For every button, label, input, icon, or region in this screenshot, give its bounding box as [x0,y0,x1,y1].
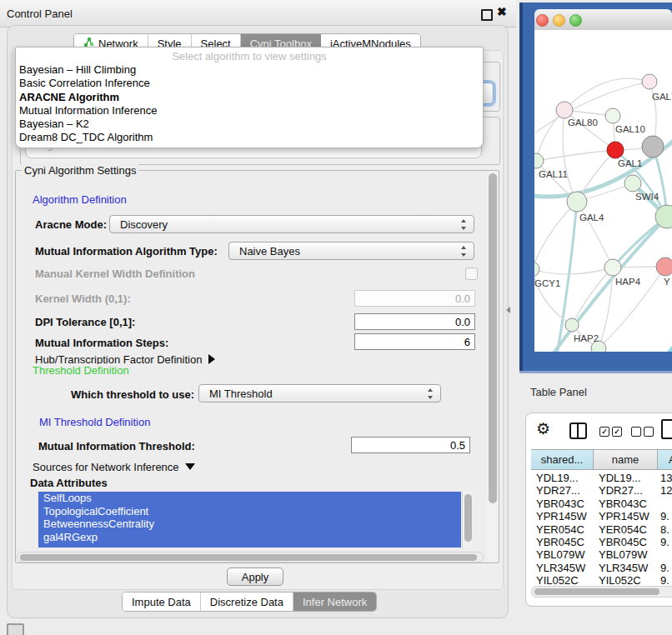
table-cell[interactable]: YPR145W [599,510,649,522]
table-row[interactable]: YDR27...YDR27...12 [526,484,672,497]
table-cell[interactable]: YBL079W [599,548,648,561]
gear-icon[interactable]: ⚙ [536,419,550,438]
network-node-y[interactable] [656,258,672,276]
settings-group-title: Cyni Algorithm Settings [22,164,138,177]
network-node-gal10[interactable] [605,108,620,123]
close-icon[interactable]: ✖ [497,5,507,18]
network-node-label: HAP2 [574,333,599,343]
which-threshold-select[interactable]: MI Threshold [198,384,441,402]
network-node-gal4[interactable] [567,192,587,212]
table-row[interactable]: YBL079WYBL079W [526,548,672,561]
table-cell[interactable]: 9. [660,510,669,522]
collapsed-arrow-icon [208,354,215,364]
column-header-name[interactable]: name [594,449,658,470]
kernel-width-field[interactable]: 0.0 [354,290,475,307]
network-edge[interactable] [534,268,613,274]
network-canvas[interactable]: GAL7GAL80GAL10GAL1GAL11SWI4GAL4GCY1HAP4Y… [534,30,672,352]
table-cell[interactable]: YDR27... [536,484,580,497]
mi-type-select[interactable]: Naive Bayes [228,242,474,260]
tab-discretize-data[interactable]: Discretize Data [201,592,293,611]
tab-infer-network[interactable]: Infer Network [293,592,376,611]
scrollbar-thumb[interactable] [464,494,472,542]
network-node-gal11[interactable] [534,153,544,168]
select-all-columns-icon[interactable]: ✓✓ [599,427,624,442]
column-header-third[interactable]: A [658,449,672,470]
close-traffic-light-icon[interactable] [536,14,549,27]
scrollbar-thumb[interactable] [534,588,659,595]
table-cell[interactable]: 9. [660,562,669,574]
table-cell[interactable]: YER054C [599,523,647,536]
table-cell[interactable]: YDR27... [599,484,643,497]
table-cell[interactable]: YER054C [536,523,584,536]
document-icon[interactable] [661,419,672,439]
minimize-traffic-light-icon[interactable] [553,14,565,27]
network-edge[interactable] [626,330,672,352]
table-row[interactable]: YDL19...YDL19...13 [526,472,672,484]
sources-group-title[interactable]: Sources for Network Inference [30,461,198,473]
network-node-hap2[interactable] [565,318,579,332]
deselect-all-columns-icon[interactable] [631,427,656,442]
dpi-tolerance-field[interactable]: 0.0 [354,313,475,330]
tab-impute-data[interactable]: Impute Data [123,592,201,611]
table-cell[interactable]: 8. [660,523,669,536]
table-row[interactable]: YLR345WYLR345W9. [526,562,672,574]
table-row[interactable]: YPR145WYPR145W9. [526,510,672,522]
scrollbar-thumb[interactable] [489,173,497,503]
table-cell[interactable]: YBR045C [599,536,647,548]
table-cell[interactable]: YDL19... [536,472,579,484]
table-row[interactable]: YBR045CYBR045C9. [526,536,672,548]
network-node[interactable] [642,136,664,158]
scrollbar-thumb[interactable] [20,554,477,561]
algorithm-option[interactable]: Mutual Information Inference [19,104,479,118]
corner-widget[interactable] [7,623,24,635]
algorithm-option[interactable]: Bayesian – K2 [19,118,479,131]
mi-threshold-field[interactable]: 0.5 [351,437,470,453]
table-cell[interactable]: 12 [660,484,672,497]
table-cell[interactable]: 9. [660,536,669,548]
network-node-hap4[interactable] [604,259,621,276]
mi-steps-field[interactable]: 6 [354,333,475,350]
table-cell[interactable]: YPR145W [536,510,587,522]
attribute-list-item[interactable]: SelfLoops [38,492,461,505]
network-node-gal80[interactable] [556,102,573,118]
attributes-list-scrollbar[interactable] [462,492,473,548]
table-cell[interactable]: YBR043C [536,498,584,510]
attribute-list-item[interactable]: BetweennessCentrality [38,518,461,531]
apply-button[interactable]: Apply [227,568,283,586]
table-cell[interactable]: 13 [660,472,672,484]
settings-vertical-scrollbar[interactable] [487,171,498,561]
network-node-gal7[interactable] [642,74,657,89]
network-edge[interactable] [577,202,613,268]
network-node-gcy1[interactable] [534,262,539,277]
aracne-mode-select[interactable]: Discovery [109,215,474,233]
algorithm-option[interactable]: Dream8 DC_TDC Algorithm [19,131,479,144]
table-cell[interactable]: YDL19... [599,472,641,484]
algorithm-option[interactable]: Basic Correlation Inference [19,77,479,90]
table-row[interactable]: YBR043CYBR043C [526,498,672,510]
attribute-list-item[interactable]: gal4RGexp [38,531,461,544]
network-edge[interactable] [572,268,613,325]
manual-kernel-checkbox[interactable] [465,268,478,280]
table-cell[interactable]: YBL079W [536,548,585,561]
column-header-shared-name[interactable]: shared... [531,449,594,470]
which-threshold-value: MI Threshold [209,388,273,400]
table-cell[interactable]: YBR045C [536,536,584,548]
table-cell[interactable]: YBR043C [599,498,647,510]
table-cell[interactable]: YLR345W [599,562,648,574]
columns-icon[interactable] [569,422,587,439]
network-node-swi4[interactable] [624,175,641,192]
attribute-list-item[interactable]: TopologicalCoefficient [38,505,461,518]
table-horizontal-scrollbar[interactable] [531,586,672,598]
algorithm-option[interactable]: Bayesian – Hill Climbing [19,63,479,77]
settings-horizontal-scrollbar[interactable] [17,552,484,562]
network-node-gal1[interactable] [607,142,624,158]
network-edge[interactable] [536,150,615,161]
table-row[interactable]: YER054CYER054C8. [526,523,672,536]
which-threshold-label: Which threshold to use: [71,388,194,401]
table-cell[interactable]: YLR345W [536,562,585,574]
algorithm-option[interactable]: ARACNE Algorithm [19,91,479,104]
panel-splitter-arrow-icon[interactable] [506,307,510,313]
float-window-icon[interactable] [481,9,493,21]
data-attributes-list[interactable]: SelfLoopsTopologicalCoefficientBetweenne… [38,492,461,548]
zoom-traffic-light-icon[interactable] [569,14,582,27]
